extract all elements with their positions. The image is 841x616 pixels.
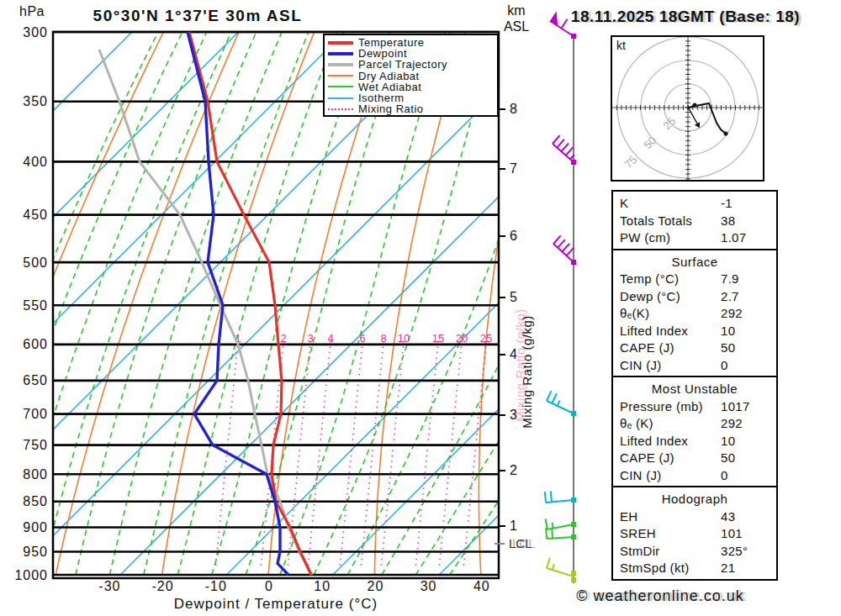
table-section-header: Most Unstable <box>620 381 770 398</box>
svg-text:1000: 1000 <box>14 568 48 582</box>
svg-text:8: 8 <box>510 102 517 116</box>
svg-text:50: 50 <box>641 134 659 151</box>
table-row-label: Pressure (mb) <box>620 398 721 416</box>
legend-line-sample <box>328 86 353 87</box>
table-section: Most UnstablePressure (mb)1017θₑ (K)292L… <box>611 376 778 487</box>
legend-item: Dry Adiabat <box>328 71 497 82</box>
table-row-value: 38 <box>721 213 770 230</box>
pressure-unit-label: hPa <box>13 4 50 19</box>
legend-line-sample <box>328 63 353 66</box>
legend-item: Mixing Ratio <box>328 103 497 114</box>
legend-line-sample <box>328 75 353 76</box>
svg-text:900: 900 <box>23 520 48 534</box>
svg-text:300: 300 <box>23 25 48 39</box>
table-row: Lifted Index10 <box>620 323 770 340</box>
table-row: SREH101 <box>620 525 770 543</box>
table-row-label: Temp (°C) <box>620 271 721 288</box>
run-date-title: 18.11.2025 18GMT (Base: 18) <box>530 8 841 26</box>
table-row: K-1 <box>620 195 770 213</box>
table-row: θₑ(K)292 <box>620 305 770 323</box>
legend-item: Parcel Trajectory <box>328 59 497 70</box>
table-row: θₑ (K)292 <box>620 415 770 433</box>
svg-text:20: 20 <box>456 332 468 345</box>
table-row-value: 325° <box>721 543 770 561</box>
svg-text:0: 0 <box>265 579 273 593</box>
legend-line-sample <box>328 52 353 55</box>
table-row-value: 1017 <box>721 398 770 416</box>
svg-text:25: 25 <box>480 332 492 345</box>
svg-text:10: 10 <box>398 332 410 345</box>
svg-text:600: 600 <box>23 337 48 351</box>
table-row-value: 7.9 <box>721 271 770 288</box>
legend-item: Temperature <box>328 37 497 48</box>
table-row-value: 0 <box>721 357 770 375</box>
table-row-value: 43 <box>721 508 770 526</box>
svg-text:400: 400 <box>23 155 48 169</box>
svg-text:650: 650 <box>23 373 48 387</box>
table-row: StmSpd (kt)21 <box>620 560 770 577</box>
table-row: Dewp (°C)2.7 <box>620 288 770 306</box>
station-title: 50°30'N 1°37'E 30m ASL <box>50 7 345 25</box>
svg-text:1: 1 <box>510 519 517 533</box>
sounding-profiles <box>99 32 312 575</box>
table-row-value: 0 <box>721 467 770 485</box>
svg-text:500: 500 <box>23 255 48 270</box>
legend-item: Dewpoint <box>328 48 497 59</box>
svg-text:800: 800 <box>23 467 48 482</box>
svg-text:750: 750 <box>23 438 48 452</box>
wind-barb <box>547 391 574 413</box>
table-section: K-1Totals Totals38PW (cm)1.07 <box>611 190 778 250</box>
table-section-header: Hodograph <box>620 491 770 508</box>
svg-text:10: 10 <box>314 579 331 593</box>
table-row-value: 10 <box>721 323 770 340</box>
table-row: Temp (°C)7.9 <box>620 271 770 288</box>
table-row-label: Lifted Index <box>620 323 721 340</box>
svg-text:950: 950 <box>23 545 48 559</box>
hodograph-unit-label: kt <box>616 39 626 52</box>
table-row-label: CIN (J) <box>620 357 721 375</box>
table-row-value: 292 <box>721 305 770 323</box>
svg-text:700: 700 <box>23 407 48 421</box>
wind-barb <box>545 491 574 503</box>
table-row-label: CIN (J) <box>620 467 721 485</box>
svg-text:15: 15 <box>432 332 444 345</box>
svg-text:2: 2 <box>510 463 517 477</box>
svg-text:6: 6 <box>510 229 517 243</box>
svg-text:4: 4 <box>327 332 333 345</box>
table-row: CIN (J)0 <box>620 467 770 485</box>
table-row-label: StmSpd (kt) <box>620 560 721 577</box>
legend-item: Isotherm <box>328 92 497 103</box>
table-row: CAPE (J)50 <box>620 340 770 357</box>
table-section: SurfaceTemp (°C)7.9Dewp (°C)2.7θₑ(K)292L… <box>611 249 778 378</box>
svg-text:450: 450 <box>23 208 48 222</box>
svg-text:25: 25 <box>660 114 678 132</box>
legend-item-label: Mixing Ratio <box>358 103 424 115</box>
table-row: EH43 <box>620 508 770 526</box>
lcl-marker-label: LCL <box>509 536 532 550</box>
svg-text:850: 850 <box>23 494 48 508</box>
table-row-value: 21 <box>721 560 770 577</box>
legend-line-sample <box>328 108 353 110</box>
table-section: HodographEH43SREH101StmDir325°StmSpd (kt… <box>611 486 778 581</box>
svg-text:30: 30 <box>420 579 437 593</box>
legend-item: Wet Adiabat <box>328 82 497 92</box>
wind-barb <box>546 519 574 529</box>
svg-text:7: 7 <box>510 161 517 176</box>
table-row-value: 2.7 <box>721 288 770 306</box>
table-row: Totals Totals38 <box>620 213 770 230</box>
legend-box: TemperatureDewpointParcel TrajectoryDry … <box>323 34 499 117</box>
table-row-label: PW (cm) <box>620 229 721 247</box>
legend-line-sample <box>328 41 353 45</box>
svg-text:8: 8 <box>380 332 386 345</box>
table-row-label: CAPE (J) <box>620 450 721 467</box>
table-row-label: Totals Totals <box>620 213 721 230</box>
svg-text:3: 3 <box>307 332 313 345</box>
table-row-value: 50 <box>721 450 770 467</box>
table-row-label: θₑ(K) <box>620 305 721 323</box>
copyright-watermark: © weatheronline.co.uk <box>517 587 803 605</box>
table-row-value: 101 <box>721 525 770 543</box>
svg-text:350: 350 <box>23 94 48 108</box>
svg-text:2: 2 <box>280 332 286 345</box>
indices-table: K-1Totals Totals38PW (cm)1.07SurfaceTemp… <box>611 192 778 581</box>
wind-barb <box>547 558 574 577</box>
